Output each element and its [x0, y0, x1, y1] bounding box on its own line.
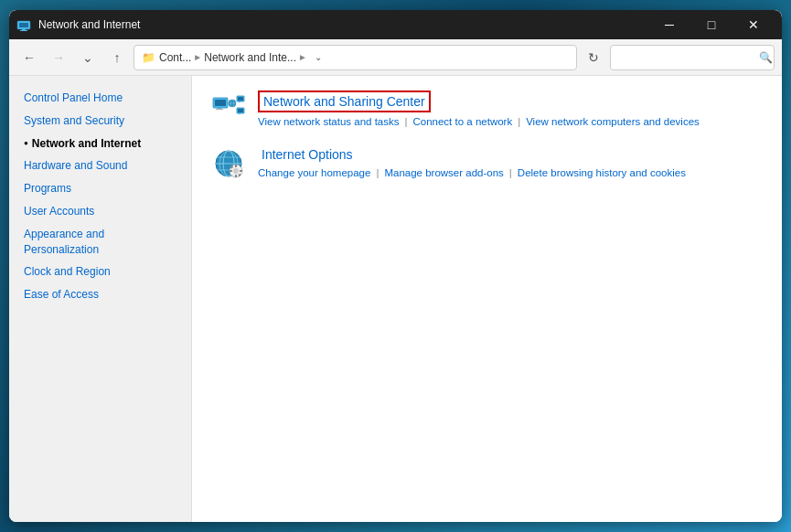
- maximize-button[interactable]: □: [690, 10, 732, 39]
- back-button[interactable]: ←: [16, 45, 42, 70]
- internet-options-section: Internet Options Change your homepage | …: [210, 145, 764, 182]
- folder-icon: 📁: [142, 51, 155, 64]
- svg-rect-1: [19, 23, 28, 27]
- main-window: Network and Internet ─ □ ✕ ← → ⌄ ↑ 📁 Con…: [9, 10, 782, 522]
- window-controls: ─ □ ✕: [648, 10, 775, 39]
- svg-rect-31: [240, 170, 242, 172]
- minimize-button[interactable]: ─: [648, 10, 690, 39]
- sidebar-item-control-panel-home[interactable]: Control Panel Home: [9, 87, 191, 110]
- internet-options-icon: [210, 145, 247, 182]
- svg-rect-18: [238, 109, 243, 112]
- address-bar: ← → ⌄ ↑ 📁 Cont... ► Network and Inte... …: [9, 39, 782, 76]
- svg-rect-15: [238, 97, 243, 101]
- network-sharing-section: Network and Sharing Center View network …: [210, 90, 764, 127]
- svg-rect-5: [215, 100, 226, 106]
- sidebar-item-programs[interactable]: Programs: [9, 177, 191, 200]
- window-title: Network and Internet: [38, 18, 648, 31]
- manage-addons-link[interactable]: Manage browser add-ons: [384, 167, 503, 178]
- sidebar-item-appearance-personalization[interactable]: Appearance and Personalization: [9, 223, 191, 261]
- delete-history-link[interactable]: Delete browsing history and cookies: [518, 167, 686, 178]
- change-homepage-link[interactable]: Change your homepage: [258, 167, 370, 178]
- view-computers-link[interactable]: View network computers and devices: [526, 116, 700, 127]
- address-field[interactable]: 📁 Cont... ► Network and Inte... ► ⌄: [134, 45, 577, 70]
- svg-rect-3: [20, 30, 27, 31]
- content-area: Network and Sharing Center View network …: [192, 76, 782, 522]
- recent-locations-button[interactable]: ⌄: [75, 45, 101, 70]
- svg-rect-7: [216, 109, 223, 110]
- breadcrumb: Cont... ► Network and Inte... ►: [159, 51, 307, 64]
- address-dropdown-arrow[interactable]: ⌄: [315, 52, 322, 62]
- refresh-button[interactable]: ↻: [581, 45, 606, 70]
- search-icon: 🔍: [759, 51, 773, 64]
- network-sharing-content: Network and Sharing Center View network …: [258, 90, 764, 127]
- network-sharing-title[interactable]: Network and Sharing Center: [258, 90, 431, 112]
- search-box[interactable]: 🔍: [610, 45, 775, 70]
- sidebar: Control Panel Home System and Security N…: [9, 76, 192, 522]
- close-button[interactable]: ✕: [732, 10, 775, 39]
- svg-point-27: [233, 168, 239, 174]
- sidebar-item-clock-region[interactable]: Clock and Region: [9, 261, 191, 283]
- up-button[interactable]: ↑: [104, 45, 130, 70]
- svg-rect-16: [239, 101, 241, 102]
- sidebar-item-ease-of-access[interactable]: Ease of Access: [9, 283, 191, 306]
- forward-button[interactable]: →: [46, 45, 71, 70]
- breadcrumb-sep-2: ►: [298, 52, 307, 62]
- breadcrumb-sep-1: ►: [193, 52, 202, 62]
- sidebar-item-system-security[interactable]: System and Security: [9, 110, 191, 133]
- sidebar-item-hardware-sound[interactable]: Hardware and Sound: [9, 154, 191, 177]
- breadcrumb-part-1: Cont...: [159, 51, 191, 64]
- svg-rect-30: [230, 170, 232, 172]
- svg-rect-19: [239, 113, 241, 114]
- breadcrumb-part-2: Network and Inte...: [204, 51, 296, 64]
- svg-rect-29: [235, 175, 237, 177]
- internet-options-content: Internet Options Change your homepage | …: [258, 145, 764, 178]
- svg-rect-28: [235, 165, 237, 167]
- internet-options-links: Change your homepage | Manage browser ad…: [258, 167, 764, 178]
- sidebar-item-network-internet: Network and Internet: [9, 133, 191, 155]
- main-content: Control Panel Home System and Security N…: [9, 76, 782, 522]
- network-sharing-links: View network status and tasks | Connect …: [258, 116, 764, 127]
- connect-network-link[interactable]: Connect to a network: [412, 116, 512, 127]
- search-input[interactable]: [618, 51, 755, 64]
- window-icon: [16, 17, 31, 32]
- internet-options-title[interactable]: Internet Options: [258, 145, 357, 164]
- network-sharing-icon: [210, 90, 247, 127]
- view-status-link[interactable]: View network status and tasks: [258, 116, 399, 127]
- title-bar: Network and Internet ─ □ ✕: [9, 10, 782, 39]
- sidebar-item-user-accounts[interactable]: User Accounts: [9, 200, 191, 223]
